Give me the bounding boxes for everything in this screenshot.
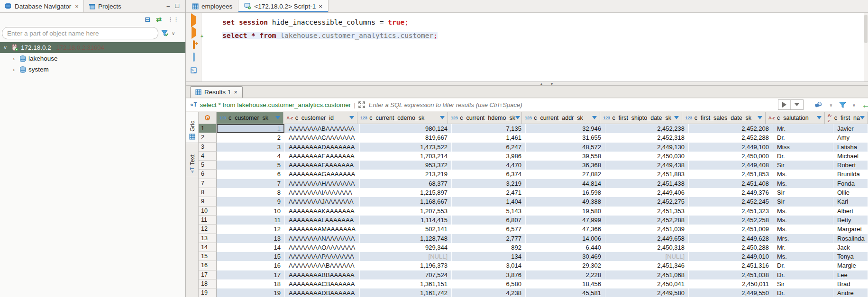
grid-cell[interactable]: 2,451,853 xyxy=(689,170,773,179)
grid-cell[interactable]: Margaret xyxy=(833,225,868,234)
grid-cell[interactable]: 1,215,897 xyxy=(360,188,452,197)
execute-statement-icon[interactable] xyxy=(191,17,196,24)
sort-dropdown-icon[interactable] xyxy=(515,116,520,119)
grid-cell[interactable]: 2,450,318 xyxy=(605,243,689,252)
grid-corner-cell[interactable] xyxy=(199,112,217,124)
grid-cell[interactable]: 213,219 xyxy=(360,170,452,179)
column-header-c_current_cdemo_sk[interactable]: 123c_current_cdemo_sk xyxy=(357,112,448,124)
expand-arrow-icon[interactable]: ∨ xyxy=(2,45,9,51)
grid-cell[interactable]: 29,302 xyxy=(526,261,605,270)
grid-cell[interactable]: 11 xyxy=(217,216,285,225)
grid-cell[interactable]: Dr. xyxy=(773,133,833,142)
grid-cell[interactable]: 2,450,011 xyxy=(689,279,773,288)
apply-filter-button[interactable] xyxy=(778,99,804,110)
grid-cell[interactable]: AAAAAAAACBAAAAAA xyxy=(285,279,360,288)
grid-cell[interactable]: 45,581 xyxy=(526,288,605,297)
back-arrow-icon[interactable]: ← xyxy=(861,99,868,110)
grid-cell[interactable]: 9 xyxy=(217,197,285,206)
grid-cell[interactable]: Sir xyxy=(773,279,833,288)
grid-cell[interactable]: 7,135 xyxy=(452,124,526,133)
grid-cell[interactable]: 2,452,258 xyxy=(689,216,773,225)
sql-editor[interactable]: + >_ set session hide_inaccessible_colum… xyxy=(186,13,868,81)
grid-cell[interactable]: 6,440 xyxy=(526,243,605,252)
column-header-c_first_na[interactable]: A-zc_first_na xyxy=(825,112,868,124)
grid-cell[interactable]: 6 xyxy=(217,170,285,179)
maximize-icon[interactable]: ☐ xyxy=(174,3,180,9)
tab-projects[interactable]: Projects xyxy=(84,0,126,12)
grid-cell[interactable]: 31,655 xyxy=(526,133,605,142)
collapsed-arrow-icon[interactable]: › xyxy=(10,67,17,72)
grid-cell[interactable]: AAAAAAAAABAAAAAA xyxy=(285,261,360,270)
row-number[interactable]: 12 xyxy=(199,225,217,234)
grid-cell[interactable]: Ms. xyxy=(773,179,833,188)
data-grid[interactable]: 123c_customer_skA-zc_customer_id123c_cur… xyxy=(199,112,868,297)
grid-cell[interactable]: 2,449,580 xyxy=(605,288,689,297)
grid-cell[interactable]: AAAAAAAAGAAAAAAA xyxy=(285,170,360,179)
grid-cell[interactable]: 929,344 xyxy=(360,243,452,252)
grid-cell[interactable]: 2,449,438 xyxy=(605,161,689,170)
row-number[interactable]: 13 xyxy=(199,234,217,243)
grid-cell[interactable]: 134 xyxy=(452,252,526,261)
collapsed-arrow-icon[interactable]: › xyxy=(10,56,17,62)
grid-cell[interactable]: AAAAAAAAMAAAAAAA xyxy=(285,225,360,234)
grid-cell[interactable]: AAAAAAAAHAAAAAAA xyxy=(285,179,360,188)
grid-cell[interactable]: 2,449,550 xyxy=(689,288,773,297)
column-header-c_salutation[interactable]: A-zc_salutation xyxy=(766,112,825,124)
grid-cell[interactable]: Sir xyxy=(773,161,833,170)
grid-cell[interactable]: AAAAAAAANAAAAAAA xyxy=(285,234,360,243)
grid-cell[interactable]: 2,449,628 xyxy=(689,234,773,243)
grid-cell[interactable]: 1,128,748 xyxy=(360,234,452,243)
grid-cell[interactable]: 2,451,346 xyxy=(605,261,689,270)
grid-cell[interactable]: 2,452,245 xyxy=(689,197,773,206)
grid-cell[interactable]: 3,219 xyxy=(452,179,526,188)
grid-cell[interactable]: Ollie xyxy=(833,188,868,197)
grid-cell[interactable]: 2,228 xyxy=(526,270,605,279)
grid-cell[interactable]: 47,999 xyxy=(526,216,605,225)
grid-cell[interactable]: 44,814 xyxy=(526,179,605,188)
sort-dropdown-icon[interactable] xyxy=(592,116,597,119)
grid-cell[interactable]: 5,143 xyxy=(452,207,526,216)
link-with-editor-icon[interactable]: ⇄ xyxy=(156,16,162,23)
grid-cell[interactable]: 953,372 xyxy=(360,161,452,170)
sort-dropdown-icon[interactable] xyxy=(674,116,679,119)
grid-cell[interactable]: AAAAAAAADAAAAAAA xyxy=(285,143,360,152)
result-filter-input[interactable] xyxy=(369,101,778,108)
grid-cell[interactable]: AAAAAAAADBAAAAAA xyxy=(285,288,360,297)
grid-cell[interactable]: AAAAAAAAPAAAAAAA xyxy=(285,252,360,261)
grid-cell[interactable]: 6,807 xyxy=(452,216,526,225)
grid-cell[interactable]: Sir xyxy=(773,188,833,197)
grid-cell[interactable]: Karl xyxy=(833,197,868,206)
grid-cell[interactable]: 2,452,275 xyxy=(605,197,689,206)
grid-cell[interactable]: 30,469 xyxy=(526,252,605,261)
apply-filter-play-icon[interactable] xyxy=(782,102,786,108)
grid-cell[interactable]: 2,451,039 xyxy=(605,225,689,234)
grid-cell[interactable]: 4,470 xyxy=(452,161,526,170)
grid-cell[interactable]: 2,451,353 xyxy=(605,207,689,216)
row-number[interactable]: 18 xyxy=(199,279,217,288)
tab-grid-view[interactable]: Grid xyxy=(186,112,198,143)
row-number[interactable]: 15 xyxy=(199,252,217,261)
grid-cell[interactable]: AAAAAAAAJAAAAAAA xyxy=(285,197,360,206)
grid-cell[interactable]: 18 xyxy=(217,279,285,288)
row-number[interactable]: 11 xyxy=(199,216,217,225)
column-header-c_first_shipto_date_sk[interactable]: 123c_first_shipto_date_sk xyxy=(600,112,682,124)
grid-cell[interactable]: AAAAAAAAEAAAAAAA xyxy=(285,152,360,161)
column-header-c_current_hdemo_sk[interactable]: 123c_current_hdemo_sk xyxy=(448,112,522,124)
column-header-c_customer_sk[interactable]: 123c_customer_sk xyxy=(217,112,284,124)
row-number[interactable]: 3 xyxy=(199,143,217,152)
grid-cell[interactable]: 2,450,288 xyxy=(689,243,773,252)
grid-cell[interactable]: Albert xyxy=(833,207,868,216)
sql-text[interactable]: set session hide_inaccessible_columns = … xyxy=(222,16,438,42)
grid-cell[interactable]: 1,404 xyxy=(452,197,526,206)
view-menu-icon[interactable]: ⋮⋮ xyxy=(167,16,179,23)
grid-cell[interactable]: Ms. xyxy=(773,252,833,261)
grid-cell[interactable]: 707,524 xyxy=(360,270,452,279)
grid-cell[interactable]: Michael xyxy=(833,152,868,161)
grid-cell[interactable]: Dr. xyxy=(773,270,833,279)
grid-cell[interactable]: 2,451,038 xyxy=(689,270,773,279)
grid-cell[interactable]: Lee xyxy=(833,270,868,279)
grid-cell[interactable]: 1,473,522 xyxy=(360,143,452,152)
grid-cell[interactable]: 6,577 xyxy=(452,225,526,234)
grid-cell[interactable]: Dr. xyxy=(773,152,833,161)
grid-cell[interactable]: [NULL] xyxy=(360,252,452,261)
